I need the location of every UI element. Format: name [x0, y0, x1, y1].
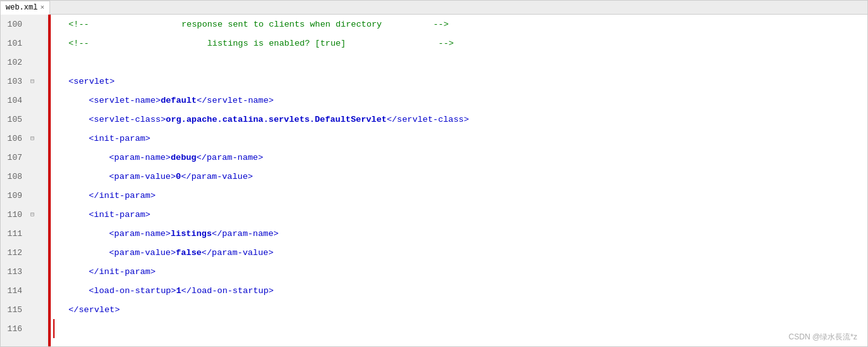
xml-value: 0 — [176, 172, 181, 181]
code-line: <servlet> — [53, 72, 867, 91]
code-line: <param-value>0</param-value> — [53, 167, 867, 186]
line-number: 100 — [1, 20, 27, 29]
editor-window: web.xml × 100101102103⊟104105106⊟1071081… — [0, 0, 868, 347]
gutter-row: 101 — [1, 34, 47, 53]
code-lines: <!-- response sent to clients when direc… — [53, 15, 867, 338]
xml-tag: <servlet-class> — [89, 115, 166, 124]
xml-tag: </param-name> — [197, 153, 263, 162]
code-line: </init-param> — [53, 262, 867, 281]
xml-tag: <load-on-startup> — [89, 286, 176, 296]
gutter-row: 115 — [1, 300, 47, 319]
code-line — [53, 319, 867, 338]
line-number: 108 — [1, 172, 27, 181]
gutter-row: 100 — [1, 15, 47, 34]
xml-tag: <param-name> — [109, 229, 171, 239]
code-line: </init-param> — [53, 186, 867, 205]
gutter-row: 108 — [1, 167, 47, 186]
code-line: <servlet-class>org.apache.catalina.servl… — [53, 110, 867, 129]
line-number: 116 — [1, 324, 27, 334]
line-number: 114 — [1, 286, 27, 296]
xml-tag: <param-value> — [109, 172, 176, 181]
gutter-row: 114 — [1, 281, 47, 300]
code-line — [53, 53, 867, 72]
xml-value: org.apache.catalina.servlets.DefaultServ… — [166, 115, 387, 124]
code-line: <!-- response sent to clients when direc… — [53, 15, 867, 34]
code-line: <init-param> — [53, 205, 867, 224]
xml-value: debug — [171, 153, 197, 162]
line-number: 112 — [1, 248, 27, 258]
xml-value: default — [160, 96, 197, 105]
xml-tag: </param-name> — [212, 229, 278, 239]
xml-comment: <!-- response sent to clients when direc… — [68, 20, 449, 29]
editor-container: 100101102103⊟104105106⊟107108109110⊟1111… — [1, 15, 867, 346]
code-line: <param-name>debug</param-name> — [53, 148, 867, 167]
file-tab[interactable]: web.xml × — [1, 1, 50, 15]
xml-tag: </servlet> — [68, 305, 120, 315]
code-line: <param-name>listings</param-name> — [53, 224, 867, 243]
watermark: CSDN @绿水長流*z — [789, 332, 857, 343]
code-line: <param-value>false</param-value> — [53, 243, 867, 262]
gutter-row: 113 — [1, 262, 47, 281]
xml-tag: <init-param> — [89, 134, 150, 143]
xml-tag: </servlet-name> — [197, 96, 274, 105]
line-number: 106 — [1, 134, 27, 143]
code-line: <load-on-startup>1</load-on-startup> — [53, 281, 867, 300]
tab-close-button[interactable]: × — [40, 4, 44, 11]
xml-value: listings — [171, 229, 212, 239]
xml-comment: <!-- listings is enabled? [true] --> — [68, 39, 454, 48]
fold-indicator[interactable]: ⊟ — [27, 134, 37, 142]
gutter-row: 109 — [1, 186, 47, 205]
line-number: 105 — [1, 115, 27, 124]
xml-value: false — [176, 248, 202, 258]
code-line: <servlet-name>default</servlet-name> — [53, 91, 867, 110]
line-number: 109 — [1, 191, 27, 200]
xml-tag: <servlet> — [68, 77, 115, 86]
line-number: 101 — [1, 39, 27, 48]
line-number: 115 — [1, 305, 27, 315]
code-line: <init-param> — [53, 129, 867, 148]
gutter-row: 106⊟ — [1, 129, 47, 148]
line-number: 102 — [1, 58, 27, 67]
line-number: 104 — [1, 96, 27, 105]
line-number: 107 — [1, 153, 27, 162]
code-line: </servlet> — [53, 300, 867, 319]
code-line: <!-- listings is enabled? [true] --> — [53, 34, 867, 53]
xml-tag: </load-on-startup> — [181, 286, 274, 296]
line-number: 110 — [1, 210, 27, 219]
gutter-row: 107 — [1, 148, 47, 167]
xml-tag: </servlet-class> — [387, 115, 469, 124]
fold-indicator[interactable]: ⊟ — [27, 211, 37, 218]
xml-tag: <param-name> — [109, 153, 171, 162]
line-number: 103 — [1, 77, 27, 86]
line-number: 113 — [1, 267, 27, 277]
code-content[interactable]: <!-- response sent to clients when direc… — [51, 15, 867, 346]
xml-value: 1 — [176, 286, 181, 296]
gutter-row: 104 — [1, 91, 47, 110]
xml-tag: </param-value> — [202, 248, 273, 258]
xml-tag: </init-param> — [89, 191, 155, 200]
tab-bar: web.xml × — [1, 1, 867, 15]
gutter-row: 112 — [1, 243, 47, 262]
xml-tag: </init-param> — [89, 267, 155, 277]
xml-tag: <param-value> — [109, 248, 176, 258]
gutter-row: 105 — [1, 110, 47, 129]
gutter-row: 111 — [1, 224, 47, 243]
gutter-row: 110⊟ — [1, 205, 47, 224]
gutter-row: 103⊟ — [1, 72, 47, 91]
gutter-row: 102 — [1, 53, 47, 72]
line-number-gutter: 100101102103⊟104105106⊟107108109110⊟1111… — [1, 15, 48, 346]
line-number: 111 — [1, 229, 27, 239]
gutter-row: 116 — [1, 319, 47, 338]
xml-tag: </param-value> — [181, 172, 252, 181]
xml-tag: <init-param> — [89, 210, 150, 219]
tab-label: web.xml — [6, 3, 37, 12]
fold-indicator[interactable]: ⊟ — [27, 77, 37, 85]
xml-tag: <servlet-name> — [89, 96, 160, 105]
